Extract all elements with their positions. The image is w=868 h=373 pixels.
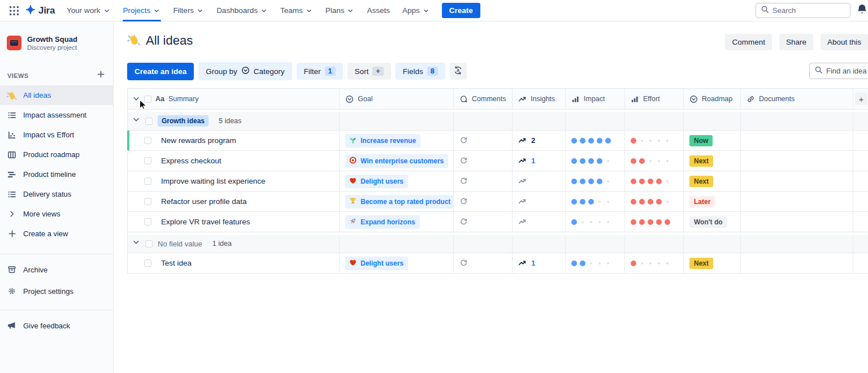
roadmap-chip[interactable]: Next: [689, 176, 713, 187]
column-header-documents[interactable]: Documents: [741, 89, 853, 109]
effort-rating[interactable]: [631, 199, 670, 205]
impact-cell[interactable]: [566, 151, 625, 171]
effort-cell[interactable]: [625, 171, 684, 191]
insights-cell[interactable]: 1: [513, 253, 566, 273]
documents-cell[interactable]: [741, 131, 853, 150]
insights-cell[interactable]: [513, 171, 566, 191]
find-idea-search[interactable]: [809, 63, 868, 79]
nav-item-filters[interactable]: Filters: [167, 0, 210, 21]
nav-item-assets[interactable]: Assets: [361, 0, 396, 21]
insights-cell[interactable]: [513, 192, 566, 211]
effort-rating[interactable]: [631, 138, 670, 144]
sidebar-item-project-settings[interactable]: Project settings: [0, 280, 113, 302]
impact-cell[interactable]: [566, 192, 625, 211]
row-checkbox[interactable]: [144, 137, 151, 144]
insights-cell[interactable]: 2: [513, 131, 566, 150]
roadmap-chip[interactable]: Next: [689, 155, 713, 167]
create-button[interactable]: Create: [442, 3, 480, 18]
column-header-goal[interactable]: Goal: [340, 89, 454, 109]
notifications-bell-icon[interactable]: [856, 3, 868, 18]
insights-cell[interactable]: 1: [513, 151, 566, 171]
find-idea-input[interactable]: [826, 67, 868, 75]
sort-button[interactable]: Sort +: [348, 63, 391, 80]
effort-rating[interactable]: [631, 158, 670, 164]
goal-chip[interactable]: Win enterprise customers: [345, 154, 448, 168]
insights-cell[interactable]: [513, 212, 566, 232]
auto-sort-button[interactable]: A: [450, 63, 467, 80]
effort-cell[interactable]: [625, 131, 684, 150]
goal-chip[interactable]: Delight users: [345, 257, 408, 270]
sidebar-item-create-a-view[interactable]: Create a view: [0, 224, 113, 244]
effort-rating[interactable]: [631, 219, 670, 225]
impact-rating[interactable]: [571, 158, 611, 164]
jira-logo[interactable]: Jira: [21, 4, 60, 18]
create-idea-button[interactable]: Create an idea: [127, 63, 194, 80]
fields-button[interactable]: Fields 8: [396, 63, 445, 80]
global-search[interactable]: [756, 3, 850, 18]
row-checkbox[interactable]: [144, 259, 151, 267]
idea-row[interactable]: New rewards programIncrease revenue2Now: [128, 131, 868, 151]
goal-chip[interactable]: Increase revenue: [345, 134, 420, 148]
idea-row[interactable]: Improve waiting list experienceDelight u…: [128, 171, 868, 192]
goal-chip[interactable]: Become a top rated product: [345, 195, 454, 209]
sidebar-item-product-timeline[interactable]: Product timeline: [0, 164, 113, 184]
select-all-checkbox[interactable]: [144, 96, 151, 103]
impact-rating[interactable]: [571, 199, 611, 205]
documents-cell[interactable]: [741, 192, 853, 211]
nav-item-apps[interactable]: Apps: [396, 0, 436, 21]
nav-item-plans[interactable]: Plans: [319, 0, 361, 21]
effort-cell[interactable]: [625, 212, 684, 232]
sidebar-item-delivery-status[interactable]: Delivery status: [0, 184, 113, 204]
column-header-roadmap[interactable]: Roadmap: [684, 89, 741, 109]
roadmap-chip[interactable]: Next: [689, 258, 713, 269]
add-column-button[interactable]: +: [855, 93, 867, 105]
idea-row[interactable]: Refactor user profile dataBecome a top r…: [128, 192, 868, 212]
documents-cell[interactable]: [741, 212, 853, 232]
sidebar-item-all-ideas[interactable]: All ideas: [0, 85, 113, 105]
nav-item-projects[interactable]: Projects: [117, 0, 167, 21]
group-checkbox[interactable]: [145, 118, 153, 125]
column-header-insights[interactable]: Insights: [513, 89, 566, 109]
effort-rating[interactable]: [631, 261, 670, 266]
add-view-icon[interactable]: [97, 70, 105, 81]
group-checkbox[interactable]: [145, 240, 153, 248]
effort-rating[interactable]: [631, 179, 670, 184]
sidebar-item-more-views[interactable]: More views: [0, 204, 113, 224]
column-header-comments[interactable]: Comments: [454, 89, 513, 109]
impact-cell[interactable]: [566, 171, 625, 191]
idea-row[interactable]: Explore VR travel featuresExpand horizon…: [128, 212, 868, 232]
roadmap-chip[interactable]: Later: [689, 196, 715, 207]
column-header-summary[interactable]: AaSummary: [128, 89, 340, 109]
group-chip[interactable]: Growth ideas: [158, 115, 209, 127]
documents-cell[interactable]: [741, 151, 853, 171]
column-header-impact[interactable]: Impact: [566, 89, 625, 109]
comment-button[interactable]: Comment: [725, 34, 772, 50]
filter-button[interactable]: Filter 1: [297, 63, 343, 80]
about-this-button[interactable]: About this: [821, 34, 868, 50]
impact-rating[interactable]: [571, 219, 611, 225]
app-switcher-icon[interactable]: [6, 3, 21, 19]
effort-cell[interactable]: [625, 253, 684, 273]
row-checkbox[interactable]: [144, 177, 151, 185]
nav-item-dashboards[interactable]: Dashboards: [210, 0, 274, 21]
idea-row[interactable]: Express checkoutWin enterprise customers…: [128, 151, 868, 171]
search-input[interactable]: [772, 6, 835, 15]
impact-rating[interactable]: [571, 179, 611, 184]
give-feedback-button[interactable]: Give feedback: [0, 315, 113, 336]
sidebar-item-impact-vs-effort[interactable]: Impact vs Effort: [0, 125, 113, 145]
sidebar-item-product-roadmap[interactable]: Product roadmap: [0, 145, 113, 164]
roadmap-chip[interactable]: Now: [689, 135, 713, 146]
documents-cell[interactable]: [741, 171, 853, 191]
impact-cell[interactable]: [566, 253, 625, 273]
row-checkbox[interactable]: [144, 218, 151, 225]
project-header[interactable]: Growth Squad Discovery project: [0, 35, 113, 51]
goal-chip[interactable]: Expand horizons: [345, 215, 420, 229]
nav-item-your-work[interactable]: Your work: [60, 0, 117, 21]
effort-cell[interactable]: [625, 192, 684, 211]
roadmap-chip[interactable]: Won't do: [689, 216, 727, 228]
sidebar-item-archive[interactable]: Archive: [0, 259, 113, 280]
share-button[interactable]: Share: [779, 34, 813, 50]
documents-cell[interactable]: [741, 253, 853, 273]
row-checkbox[interactable]: [144, 198, 151, 205]
idea-row[interactable]: Test ideaDelight users1Next: [128, 253, 868, 274]
